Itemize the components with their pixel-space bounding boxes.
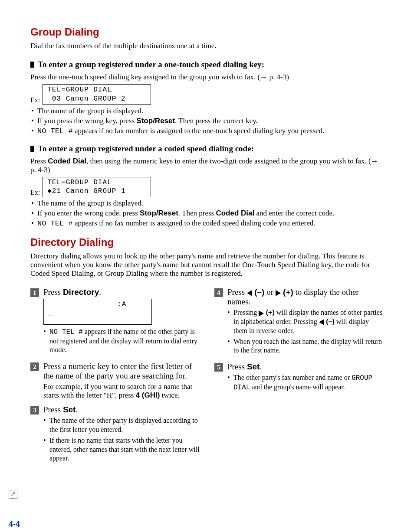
key-set: Set [247,362,260,371]
step-number-icon: 5 [214,363,223,372]
right-column: 4 Press (–) or (+) to display the other … [214,287,384,470]
heading-directory-dialing: Directory Dialing [30,236,384,248]
text: Press [43,405,63,414]
key-stop-reset: Stop/Reset [140,209,178,217]
lcd-line2: _ [48,310,53,317]
para-coded: Press Coded Dial, then using the numeric… [30,157,384,174]
bullet-item: NO TEL # appears if no fax number is ass… [30,127,384,135]
step-body: Press Set. The other party's fax number … [227,362,384,394]
text: The other party's fax number and name or [233,374,352,381]
step-subtext: For example, if you want to search for a… [43,382,200,400]
bullet-item: NO TEL # appears if the name of the othe… [43,327,200,355]
lcd-line1: :A [48,300,126,308]
step-heading: Press Set. [43,405,200,415]
text: Pressing [233,309,259,316]
triangle-left-icon [247,290,252,296]
bullet-item: If you enter the wrong code, press Stop/… [30,209,384,218]
text: appears if no fax number is assigned to … [73,127,325,135]
text: If you press the wrong key, press [37,117,136,125]
example-label: Ex: [30,189,40,197]
lcd-line2: 03 Canon GROUP 2 [47,95,125,103]
step-3: 3 Press Set. The name of the other party… [30,405,200,465]
heading-group-dialing: Group Dialing [30,26,384,38]
bullet-item: If there is no name that starts with the… [43,436,200,463]
text: p. 4-3) [30,166,50,174]
step-body: Press Set. The name of the other party i… [43,405,200,465]
step-body: Press Directory. :A _ NO TEL # appears i… [43,287,200,356]
text: If you enter the wrong code, press [37,209,140,217]
page-number: 4-4 [9,520,20,529]
text: and enter the correct code. [254,209,334,217]
key-directory: Directory [63,287,99,297]
text: Press [30,157,48,165]
triangle-left-icon [319,319,324,325]
lcd-display-coded: TEL=GROUP DIAL ✱21 Canon GROUP 1 [43,177,151,198]
text: and the group's name will appear. [250,383,345,391]
bullets-one-touch: The name of the group is displayed. If y… [30,107,384,135]
step4-bullets: Pressing (+) will display the names of o… [227,308,384,355]
text: twice. [160,391,179,399]
subheading-one-touch-text: To enter a group registered under a one-… [38,60,264,69]
code-no-tel: NO TEL # [37,127,73,135]
bullet-item: The other party's fax number and name or… [227,373,384,392]
step-2: 2 Press a numeric key to enter the first… [30,362,200,400]
para-one-touch: Press the one-touch speed dialing key as… [30,73,384,82]
lcd-line1: TEL=GROUP DIAL [47,86,112,94]
text: or [264,287,275,297]
step-heading: Press Directory. [43,287,200,297]
step-4: 4 Press (–) or (+) to display the other … [214,287,384,357]
example-one-touch: Ex: TEL=GROUP DIAL 03 Canon GROUP 2 [30,84,384,105]
key-plus: (+) [281,287,293,297]
text: appears if no fax number is assigned to … [73,219,315,227]
bullet-item: The name of the group is displayed. [30,107,384,115]
step-body: Press a numeric key to enter the first l… [43,362,200,400]
bullet-item: NO TEL # appears if no fax number is ass… [30,219,384,228]
bullet-square-icon [30,146,34,152]
step-1: 1 Press Directory. :A _ NO TEL # appears… [30,287,200,356]
bullet-item: Pressing (+) will display the names of o… [227,308,384,335]
text: . [99,287,101,297]
step3-bullets: The name of the other party is displayed… [43,416,200,463]
bullets-coded: The name of the group is displayed. If y… [30,199,384,228]
text: . [76,405,78,414]
text: Press [227,287,247,297]
left-column: 1 Press Directory. :A _ NO TEL # appears… [30,287,200,470]
code-no-tel: NO TEL # [37,219,73,228]
bullet-square-icon [30,62,34,68]
lcd-display-directory: :A _ [43,299,152,325]
intro-directory-dialing: Directory dialing allows you to look up … [30,252,384,278]
step1-bullets: NO TEL # appears if the name of the othe… [43,327,200,355]
example-coded: Ex: TEL=GROUP DIAL ✱21 Canon GROUP 1 [30,177,384,198]
arrow-right-icon: → [371,157,378,165]
bullet-item: The name of the other party is displayed… [43,416,200,434]
step-number-icon: 4 [214,288,223,297]
key-coded-dial: Coded Dial [216,209,254,217]
text: p. 4-3) [267,73,289,81]
lcd-line1: TEL=GROUP DIAL [47,179,112,186]
example-label: Ex: [30,96,40,105]
step-5: 5 Press Set. The other party's fax numbe… [214,362,384,394]
text: Press [43,287,63,297]
key-set: Set [63,405,76,414]
bullet-item: If you press the wrong key, press Stop/R… [30,117,384,125]
step-number-icon: 3 [30,406,39,415]
text: Press the one-touch speed dialing key as… [30,73,260,81]
subheading-coded: To enter a group registered under a code… [30,144,384,153]
lcd-line2: ✱21 Canon GROUP 1 [47,187,125,195]
key-minus: (–) [252,287,265,297]
subheading-one-touch: To enter a group registered under a one-… [30,60,384,69]
text: Press [227,362,247,371]
step5-bullets: The other party's fax number and name or… [227,373,384,392]
triangle-right-icon [259,310,264,317]
text: . Then press the correct key. [175,117,258,125]
bullet-item: When you reach the last name, the displa… [227,337,384,356]
key-coded-dial: Coded Dial [48,157,86,165]
lcd-display-one-touch: TEL=GROUP DIAL 03 Canon GROUP 2 [43,84,151,105]
step-body: Press (–) or (+) to display the other na… [227,287,384,357]
subheading-coded-text: To enter a group registered under a code… [38,144,254,153]
text: . Then press [178,209,216,217]
code-no-tel: NO TEL # [49,328,83,336]
return-arrow-icon [9,490,17,499]
steps-columns: 1 Press Directory. :A _ NO TEL # appears… [30,287,384,470]
text: . [260,362,262,371]
